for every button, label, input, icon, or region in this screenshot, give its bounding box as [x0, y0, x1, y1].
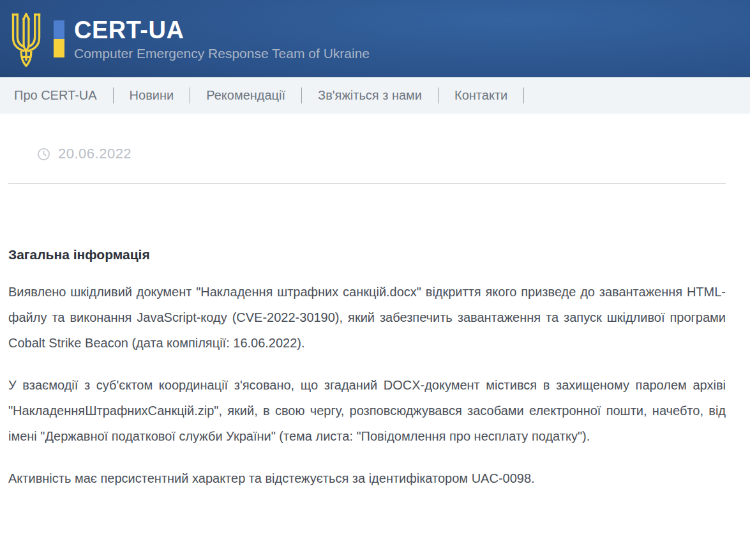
nav-item-contact-us[interactable]: Зв'яжіться з нами: [318, 88, 422, 103]
nav-separator: [438, 87, 439, 103]
article-paragraph: Активність має персистентний характер та…: [8, 465, 726, 491]
article-paragraph: У взаємодії з суб'єктом координації з'яс…: [8, 372, 726, 449]
section-heading: Загальна інформація: [8, 247, 726, 262]
site-title: CERT-UA: [74, 17, 370, 44]
ukraine-flag-icon: [54, 20, 64, 57]
nav-item-news[interactable]: Новини: [130, 88, 174, 103]
nav-separator: [113, 87, 114, 103]
site-header: CERT-UA Computer Emergency Response Team…: [0, 0, 750, 77]
nav-separator: [190, 87, 190, 103]
publish-date-row: 20.06.2022: [37, 146, 726, 162]
clock-icon: [37, 148, 50, 161]
article-content: 20.06.2022 Загальна інформація Виявлено …: [0, 146, 750, 491]
nav-separator: [523, 87, 524, 103]
nav-item-about[interactable]: Про CERT-UA: [14, 88, 97, 103]
trident-logo-icon: [8, 13, 45, 68]
nav-separator: [301, 87, 302, 103]
main-nav: Про CERT-UA Новини Рекомендації Зв'яжіть…: [0, 77, 750, 114]
site-subtitle: Computer Emergency Response Team of Ukra…: [74, 46, 370, 61]
article-paragraph: Виявлено шкідливий документ "Накладення …: [8, 279, 726, 356]
site-logo[interactable]: CERT-UA Computer Emergency Response Team…: [8, 10, 370, 68]
brand-text: CERT-UA Computer Emergency Response Team…: [74, 17, 370, 62]
divider: [8, 183, 726, 184]
publish-date: 20.06.2022: [58, 146, 131, 162]
nav-item-contacts[interactable]: Контакти: [454, 88, 507, 103]
nav-item-recommendations[interactable]: Рекомендації: [206, 88, 285, 103]
